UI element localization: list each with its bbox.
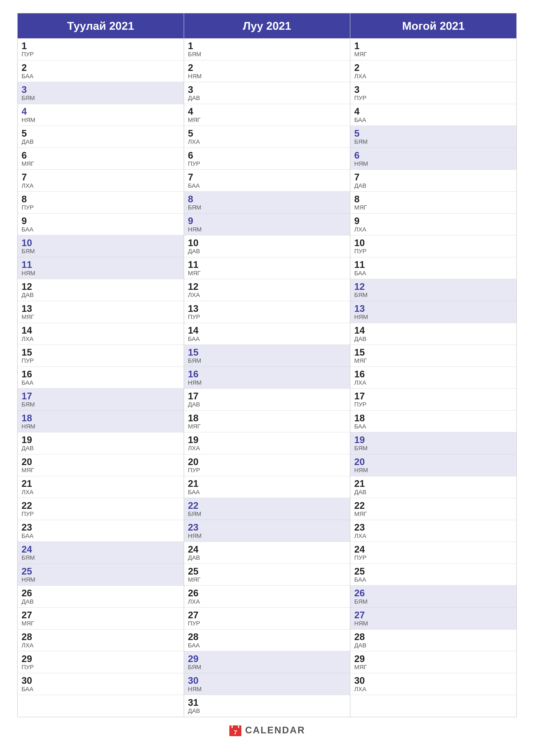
day-number-m2-d20: 21 [354, 478, 513, 489]
day-row-m1-d27: 28БАА [184, 630, 350, 652]
day-number-m0-d11: 12 [21, 282, 180, 292]
day-name-m2-d27: ДАВ [354, 642, 513, 649]
day-name-m2-d4: БЯМ [354, 139, 513, 145]
day-row-m2-d30 [350, 695, 516, 717]
day-number-m2-d18: 19 [354, 435, 513, 445]
day-row-m1-d28: 29БЯМ [184, 651, 350, 673]
day-name-m0-d2: БЯМ [21, 95, 180, 101]
day-name-m2-d24: БАА [354, 577, 513, 583]
day-name-m2-d3: БАА [354, 117, 513, 123]
day-row-m0-d12: 13МЯГ [18, 301, 184, 323]
day-row-m0-d7: 8ПУР [18, 192, 184, 214]
day-number-m0-d24: 25 [21, 566, 180, 577]
day-row-m2-d5: 6НЯМ [350, 148, 516, 170]
calendar-grid: Туулай 2021Луу 2021Могой 2021 1ПУР2БАА3Б… [17, 13, 517, 717]
day-name-m2-d15: ЛХА [354, 380, 513, 386]
day-number-m1-d9: 10 [188, 238, 346, 248]
day-row-m2-d22: 23ЛХА [350, 520, 516, 542]
day-row-m2-d3: 4БАА [350, 104, 516, 126]
day-name-m0-d8: БАА [21, 226, 180, 233]
day-name-m0-d11: ДАВ [21, 292, 180, 298]
header-month-0: Туулай 2021 [18, 14, 184, 39]
day-name-m1-d23: ДАВ [188, 554, 346, 561]
day-name-m2-d7: МЯГ [354, 204, 513, 211]
day-number-m1-d18: 19 [188, 435, 346, 445]
day-row-m1-d29: 30НЯМ [184, 673, 350, 695]
day-number-m2-d8: 9 [354, 216, 513, 226]
day-name-m2-d17: БАА [354, 423, 513, 430]
day-name-m0-d19: МЯГ [21, 467, 180, 474]
day-row-m0-d8: 9БАА [18, 214, 184, 235]
day-name-m2-d19: НЯМ [354, 467, 513, 474]
day-row-m1-d15: 16НЯМ [184, 367, 350, 389]
day-number-m1-d22: 23 [188, 522, 346, 532]
day-name-m1-d1: НЯМ [188, 73, 346, 80]
day-row-m0-d2: 3БЯМ [18, 82, 184, 104]
day-number-m2-d10: 11 [354, 259, 513, 270]
day-number-m0-d25: 26 [21, 588, 180, 598]
day-name-m2-d29: ЛХА [354, 686, 513, 693]
day-number-m2-d12: 13 [354, 304, 513, 314]
day-row-m2-d9: 10ПУР [350, 235, 516, 257]
day-name-m0-d21: ПУР [21, 511, 180, 517]
day-row-m0-d14: 15ПУР [18, 345, 184, 367]
day-row-m0-d5: 6МЯГ [18, 148, 184, 170]
day-number-m0-d4: 5 [21, 128, 180, 139]
day-row-m2-d25: 26БЯМ [350, 585, 516, 608]
day-name-m1-d4: ЛХА [188, 139, 346, 145]
day-number-m0-d20: 21 [21, 478, 180, 489]
day-row-m2-d7: 8МЯГ [350, 192, 516, 214]
day-row-m0-d30 [18, 695, 184, 717]
day-number-m2-d27: 28 [354, 632, 513, 642]
day-name-m2-d20: ДАВ [354, 489, 513, 496]
day-row-m2-d28: 29МЯГ [350, 651, 516, 673]
day-number-m1-d8: 9 [188, 216, 346, 226]
day-row-m0-d3: 4НЯМ [18, 104, 184, 126]
day-name-m2-d13: ДАВ [354, 336, 513, 342]
day-row-m1-d18: 19ЛХА [184, 432, 350, 454]
day-name-m0-d29: БАА [21, 686, 180, 693]
day-row-m2-d14: 15МЯГ [350, 345, 516, 367]
day-name-m1-d19: ПУР [188, 467, 346, 474]
day-row-m0-d9: 10БЯМ [18, 235, 184, 257]
day-number-m0-d10: 11 [21, 259, 180, 270]
day-name-m1-d25: ЛХА [188, 599, 346, 605]
day-name-m0-d14: ПУР [21, 358, 180, 364]
day-row-m2-d18: 19БЯМ [350, 432, 516, 454]
day-number-m1-d28: 29 [188, 654, 346, 664]
day-row-m2-d2: 3ПУР [350, 82, 516, 104]
day-number-m1-d19: 20 [188, 457, 346, 467]
day-name-m1-d12: ПУР [188, 314, 346, 320]
day-number-m0-d1: 2 [21, 63, 180, 73]
day-row-m0-d20: 21ЛХА [18, 476, 184, 498]
day-number-m1-d4: 5 [188, 128, 346, 139]
day-row-m0-d17: 18НЯМ [18, 411, 184, 433]
day-number-m0-d12: 13 [21, 304, 180, 314]
header-month-2: Могой 2021 [350, 14, 516, 39]
days-container: 1ПУР2БАА3БЯМ4НЯМ5ДАВ6МЯГ7ЛХА8ПУР9БАА10БЯ… [18, 39, 516, 717]
day-row-m0-d26: 27МЯГ [18, 608, 184, 630]
day-name-m0-d25: ДАВ [21, 599, 180, 605]
day-number-m0-d0: 1 [21, 41, 180, 51]
day-number-m1-d29: 30 [188, 675, 346, 686]
day-name-m1-d22: НЯМ [188, 533, 346, 539]
day-name-m2-d6: ДАВ [354, 182, 513, 189]
day-number-m1-d13: 14 [188, 325, 346, 336]
day-name-m1-d24: МЯГ [188, 577, 346, 583]
day-row-m1-d0: 1БЯМ [184, 39, 350, 60]
day-number-m2-d25: 26 [354, 588, 513, 598]
day-name-m2-d9: ПУР [354, 248, 513, 255]
day-name-m1-d21: БЯМ [188, 511, 346, 517]
day-name-m0-d20: ЛХА [21, 489, 180, 496]
day-number-m0-d5: 6 [21, 150, 180, 161]
day-row-m1-d17: 18МЯГ [184, 411, 350, 433]
day-row-m1-d30: 31ДАВ [184, 695, 350, 717]
day-name-m0-d27: ЛХА [21, 642, 180, 649]
day-row-m0-d25: 26ДАВ [18, 585, 184, 608]
day-row-m0-d4: 5ДАВ [18, 126, 184, 148]
day-name-m1-d14: БЯМ [188, 358, 346, 364]
day-number-m1-d26: 27 [188, 610, 346, 620]
day-number-m0-d21: 22 [21, 500, 180, 511]
header-row: Туулай 2021Луу 2021Могой 2021 [18, 14, 516, 39]
day-row-m1-d24: 25МЯГ [184, 564, 350, 586]
